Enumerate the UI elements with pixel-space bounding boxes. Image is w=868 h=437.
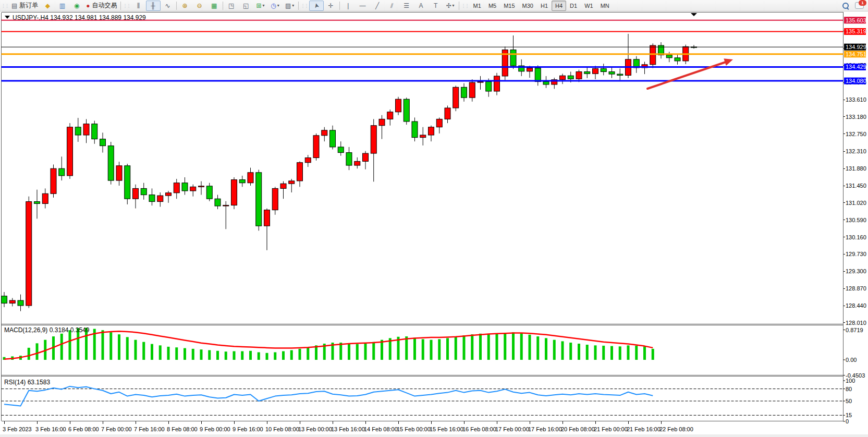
search-icon[interactable] — [842, 3, 849, 9]
fibonacci-button[interactable]: ☰ — [399, 1, 414, 11]
chart-element — [299, 349, 301, 360]
chart-element — [619, 346, 621, 360]
chart-element — [635, 346, 638, 360]
chart-element — [463, 335, 466, 360]
crosshair-button[interactable]: ✛ — [324, 1, 338, 11]
chart-element: 133.180 — [846, 114, 866, 120]
chart-element: 128.010 — [846, 320, 866, 326]
new-chart-button[interactable]: ⊞▾ — [253, 1, 268, 11]
chat-icon[interactable]: 1 — [855, 2, 864, 9]
timeframe-H4[interactable]: H4 — [552, 1, 566, 11]
chart-element — [413, 338, 416, 360]
chart-element: 129.730 — [846, 251, 866, 257]
shapes-button[interactable]: ✣▾ — [443, 1, 458, 11]
period-clock-button[interactable]: ◷▾ — [268, 1, 283, 11]
chart-element — [584, 72, 590, 74]
new-order-button[interactable]: ▤新订单 — [9, 1, 40, 11]
chart-element — [28, 348, 30, 360]
charts-profile-button[interactable]: ◆ — [40, 1, 55, 11]
chart-element: 133.610 — [846, 96, 866, 103]
chart-element — [141, 188, 146, 195]
zoom-in-button[interactable]: ⊕ — [178, 1, 192, 11]
timeframe-M15[interactable]: M15 — [500, 1, 518, 11]
dropdown-arrow-icon[interactable]: ▾ — [277, 3, 279, 8]
dropdown-arrow-icon[interactable]: ▾ — [263, 3, 265, 8]
label-t-icon: T — [434, 1, 437, 10]
chart-element — [446, 338, 449, 360]
label-t-button[interactable]: T — [429, 1, 443, 11]
template-button[interactable]: ▨▾ — [283, 1, 297, 11]
line-chart-button[interactable]: ∿ — [161, 1, 175, 11]
signals-button[interactable]: ◉ — [69, 1, 84, 11]
timeframe-W1[interactable]: W1 — [581, 1, 597, 11]
chart-element — [586, 345, 589, 360]
chart-element — [338, 147, 344, 153]
market-watch-icon: ▥ — [59, 1, 65, 10]
chart-canvas[interactable]: 128.010128.440128.870129.300129.730130.1… — [0, 0, 868, 437]
autotrade-ball-button[interactable]: ●自动交易 — [84, 1, 119, 11]
chart-element — [126, 337, 129, 360]
chart-element: 131.880 — [846, 165, 866, 172]
chart-element — [453, 87, 459, 108]
mt4-window: ⋮⋮▤新订单◆▥◉●自动交易⋮⋮⫼╫∿⊕⊖▦◳◱⊞▾◷▾▨▾⋮⋮➤✛❘―╱⫽☰A… — [0, 0, 868, 437]
chart-element — [354, 161, 360, 165]
timeframe-M5[interactable]: M5 — [485, 1, 500, 11]
chart-element — [486, 82, 492, 91]
chart-element: 128.870 — [846, 285, 866, 292]
arrange-up-icon: ◳ — [228, 1, 234, 10]
chart-element — [420, 135, 426, 138]
chart-element — [496, 334, 498, 360]
chart-element — [102, 330, 104, 360]
chart-element — [206, 186, 212, 199]
cursor-button[interactable]: ➤ — [309, 1, 324, 11]
timeframe-D1[interactable]: D1 — [566, 1, 581, 11]
chart-element: 132.750 — [846, 131, 866, 137]
text-a-button[interactable]: A — [414, 1, 429, 11]
chart-element — [184, 348, 186, 360]
tile-windows-button[interactable]: ▦ — [207, 1, 222, 11]
arrange-up-button[interactable]: ◳ — [224, 1, 239, 11]
timeframe-M30[interactable]: M30 — [519, 1, 537, 11]
dropdown-arrow-icon[interactable]: ▾ — [292, 3, 294, 8]
period-clock-icon: ◷ — [271, 1, 276, 10]
chart-element — [199, 186, 204, 187]
chart-element — [412, 122, 418, 138]
horizontal-line-button[interactable]: ― — [356, 1, 370, 11]
vertical-line-button[interactable]: ❘ — [341, 1, 356, 11]
chart-element: 3 Feb 2023 — [3, 426, 32, 432]
timeframe-H1[interactable]: H1 — [537, 1, 552, 11]
chart-element — [436, 119, 442, 127]
dropdown-arrow-icon[interactable]: ▾ — [453, 3, 455, 8]
tile-windows-icon: ▦ — [211, 1, 217, 10]
chart-element — [363, 153, 369, 161]
chart-element: 0 — [846, 418, 849, 424]
chart-element — [387, 112, 393, 119]
timeframe-MN[interactable]: MN — [597, 1, 613, 11]
chart-element — [422, 339, 424, 360]
vertical-line-icon: ❘ — [346, 1, 351, 10]
chart-element: 14 Feb 08:00 — [364, 426, 398, 432]
candlestick-button[interactable]: ╫ — [146, 1, 161, 11]
trendline-button[interactable]: ╱ — [370, 1, 385, 11]
chart-element: 80 — [846, 386, 852, 392]
chart-element — [438, 339, 441, 360]
chart-element: 132.310 — [846, 148, 866, 154]
chart-element — [289, 181, 295, 184]
zoom-out-button[interactable]: ⊖ — [192, 1, 207, 11]
channel-button[interactable]: ⫽ — [385, 1, 399, 11]
template-icon: ▨ — [285, 1, 291, 10]
chart-element — [60, 334, 63, 360]
chart-element — [256, 173, 262, 226]
chart-element — [2, 296, 7, 304]
chart-element — [133, 188, 139, 199]
arrange-down-button[interactable]: ◱ — [239, 1, 253, 11]
chart-element: 130.590 — [846, 217, 866, 223]
toolbar-separator — [120, 2, 121, 10]
chart-element — [272, 188, 278, 210]
timeframe-M1[interactable]: M1 — [470, 1, 485, 11]
chart-element — [200, 349, 203, 360]
chart-element — [381, 340, 383, 360]
market-watch-button[interactable]: ▥ — [55, 1, 69, 11]
chart-element — [561, 341, 564, 360]
bar-chart-button[interactable]: ⫼ — [131, 1, 146, 11]
